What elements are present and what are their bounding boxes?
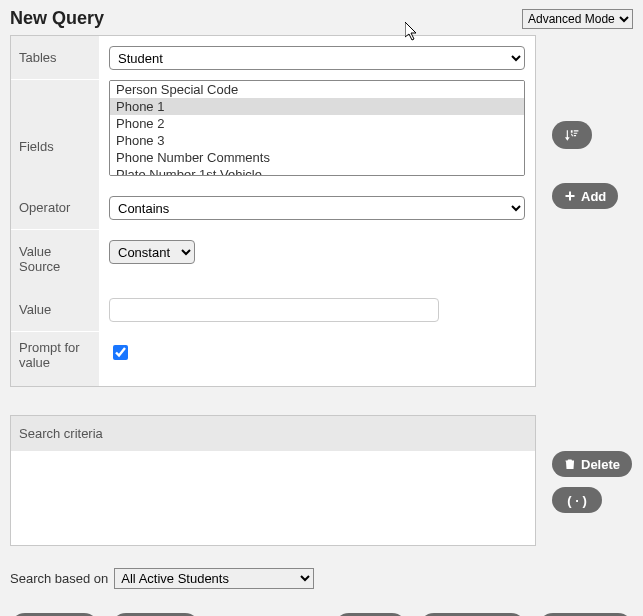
tables-select[interactable]: Student (109, 46, 525, 70)
sort-icon (565, 128, 579, 142)
search-based-on-label: Search based on (10, 571, 108, 586)
fields-option[interactable]: Person Special Code (110, 81, 524, 98)
plus-icon (564, 190, 576, 202)
mode-select[interactable]: Advanced Mode (522, 9, 633, 29)
prompt-for-value-label: Prompt for value (11, 332, 99, 386)
add-button[interactable]: Add (552, 183, 618, 209)
delete-button[interactable]: Delete (552, 451, 632, 477)
fields-listbox[interactable]: Person Special CodePhone 1Phone 2Phone 3… (109, 80, 525, 176)
paren-button-label: ( · ) (567, 493, 587, 508)
fields-label: Fields (11, 80, 99, 186)
tables-label: Tables (11, 36, 99, 79)
fields-option[interactable]: Plate Number 1st Vehicle (110, 166, 524, 176)
search-criteria-header: Search criteria (11, 416, 535, 451)
fields-option[interactable]: Phone 1 (110, 98, 524, 115)
fields-option[interactable]: Phone 2 (110, 115, 524, 132)
search-based-on-select[interactable]: All Active Students (114, 568, 314, 589)
value-source-label: Value Source (11, 230, 99, 288)
search-criteria-body[interactable] (11, 451, 535, 545)
prompt-for-value-checkbox[interactable] (113, 345, 128, 360)
operator-label: Operator (11, 186, 99, 229)
value-source-select[interactable]: Constant (109, 240, 195, 264)
trash-icon (564, 458, 576, 470)
delete-button-label: Delete (581, 457, 620, 472)
search-criteria-panel: Search criteria (10, 415, 536, 546)
paren-button[interactable]: ( · ) (552, 487, 602, 513)
add-button-label: Add (581, 189, 606, 204)
value-label: Value (11, 288, 99, 331)
operator-select[interactable]: Contains (109, 196, 525, 220)
fields-option[interactable]: Phone 3 (110, 132, 524, 149)
sort-button[interactable] (552, 121, 592, 149)
query-form: Tables Student Fields Person Special Cod… (10, 35, 536, 387)
value-input[interactable] (109, 298, 439, 322)
page-title: New Query (10, 8, 104, 29)
fields-option[interactable]: Phone Number Comments (110, 149, 524, 166)
